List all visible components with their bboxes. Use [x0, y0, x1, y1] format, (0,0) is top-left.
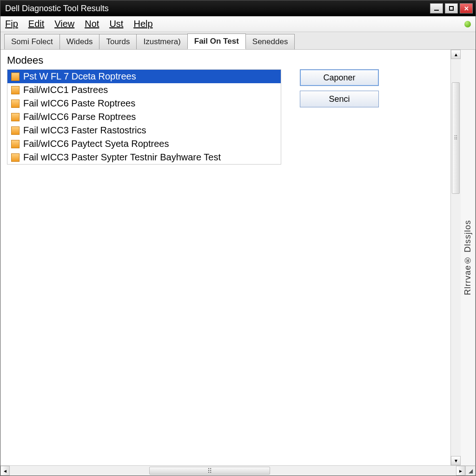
list-item-label: Fail/wICC6 Parse Roptrees	[23, 112, 136, 122]
content-row: Modees Pst W FL 7 Dceta Roptrees Fail/wI…	[0, 50, 476, 465]
tab-wideds[interactable]: Wideds	[60, 34, 100, 49]
list-item-label: Fail wICC3 Paster Sypter Testnir Bayhwar…	[23, 152, 221, 163]
menu-view[interactable]: View	[54, 19, 74, 29]
list-item-label: Fail/wICC1 Pastrees	[23, 85, 108, 95]
scroll-down-button[interactable]: ▾	[451, 456, 461, 465]
status-indicator-icon	[464, 21, 471, 27]
tab-strip: Somi Folect Wideds Tourds Izustmera) Fai…	[0, 32, 476, 50]
menu-edit[interactable]: Edit	[28, 19, 44, 29]
tab-label: Seneddes	[252, 37, 288, 46]
scroll-thumb[interactable]	[452, 82, 460, 194]
tab-label: Wideds	[66, 37, 93, 46]
tab-izustmera[interactable]: Izustmera)	[136, 34, 187, 49]
list-item-label: Fail/wICC6 Paytect Syeta Roptrees	[23, 139, 169, 149]
list-item[interactable]: Fail/wICC1 Pastrees	[7, 83, 281, 97]
modees-listbox[interactable]: Pst W FL 7 Dceta Roptrees Fail/wICC1 Pas…	[7, 69, 281, 165]
tab-label: Izustmera)	[143, 37, 180, 46]
side-panel-collapsed[interactable]: Rlrrvae® Dlssjlos	[461, 50, 476, 465]
menu-help[interactable]: Help	[133, 19, 152, 29]
close-button[interactable]: ✕	[460, 3, 473, 13]
tab-seneddes[interactable]: Seneddes	[245, 34, 295, 49]
window-controls: ✕	[430, 3, 473, 13]
menu-ust[interactable]: Ust	[109, 19, 123, 29]
tab-fail-on-test[interactable]: Fail On Test	[187, 33, 246, 49]
title-bar: Dell Diagnostic Tool Results ✕	[0, 0, 476, 16]
scroll-left-button[interactable]: ◂	[0, 466, 10, 476]
hscroll-track[interactable]: ⠿	[10, 466, 456, 476]
resize-grip-icon[interactable]: ◢	[465, 466, 476, 476]
list-item[interactable]: Fail/wICC6 Paytect Syeta Roptrees	[7, 137, 281, 151]
window-title: Dell Diagnostic Tool Results	[5, 4, 430, 13]
folder-icon	[11, 113, 20, 121]
scroll-up-button[interactable]: ▴	[451, 50, 461, 59]
main-panel: Modees Pst W FL 7 Dceta Roptrees Fail/wI…	[0, 50, 450, 465]
tab-tourds[interactable]: Tourds	[99, 34, 137, 49]
vertical-scrollbar[interactable]: ▴ ▾	[450, 50, 461, 465]
window-title-text: Dell Diagnostic Tool Results	[5, 4, 109, 13]
action-buttons: Caponer Senci	[300, 69, 379, 107]
menu-fip[interactable]: Fip	[5, 19, 18, 29]
maximize-button[interactable]	[445, 3, 458, 13]
list-item[interactable]: Fail wICC3 Faster Rastostrics	[7, 124, 281, 137]
horizontal-scrollbar[interactable]: ◂ ⠿ ▸ ◢	[0, 465, 476, 476]
menu-bar: Fip Edit View Not Ust Help	[0, 16, 476, 32]
list-item-label: Fail wICC3 Faster Rastostrics	[23, 125, 146, 136]
folder-icon	[11, 86, 20, 94]
menu-label: Fip	[5, 19, 18, 29]
menu-label: Help	[133, 19, 152, 29]
tab-somi-folect[interactable]: Somi Folect	[4, 34, 60, 49]
list-item-label: Pst W FL 7 Dceta Roptrees	[23, 71, 136, 82]
tab-label: Fail On Test	[194, 37, 239, 46]
menu-label: Ust	[109, 19, 123, 29]
tab-label: Somi Folect	[11, 37, 53, 46]
main-row: Pst W FL 7 Dceta Roptrees Fail/wICC1 Pas…	[7, 69, 444, 165]
menu-label: Edit	[28, 19, 44, 29]
scroll-right-button[interactable]: ▸	[456, 466, 465, 476]
tab-label: Tourds	[106, 37, 130, 46]
menu-label: View	[54, 19, 74, 29]
list-item[interactable]: Fail/wICC6 Parse Roptrees	[7, 110, 281, 124]
menu-not[interactable]: Not	[85, 19, 99, 29]
side-panel-label: Rlrrvae® Dlssjlos	[463, 220, 473, 295]
app-window: Dell Diagnostic Tool Results ✕ Fip Edit …	[0, 0, 476, 476]
folder-icon	[11, 140, 20, 148]
list-item[interactable]: Fail wICC3 Paster Sypter Testnir Bayhwar…	[7, 151, 281, 164]
list-item[interactable]: Fail wICC6 Paste Roptrees	[7, 97, 281, 110]
list-item[interactable]: Pst W FL 7 Dceta Roptrees	[7, 70, 281, 83]
caponer-button[interactable]: Caponer	[300, 69, 379, 86]
minimize-button[interactable]	[430, 3, 443, 13]
folder-icon	[11, 99, 20, 108]
hscroll-thumb[interactable]: ⠿	[149, 467, 270, 475]
folder-icon	[11, 153, 20, 162]
folder-icon	[11, 126, 20, 135]
menu-label: Not	[85, 19, 99, 29]
section-title: Modees	[7, 54, 444, 66]
list-item-label: Fail wICC6 Paste Roptrees	[23, 98, 135, 109]
scroll-track[interactable]	[451, 59, 461, 456]
folder-icon	[11, 73, 20, 81]
senci-button[interactable]: Senci	[300, 91, 379, 107]
